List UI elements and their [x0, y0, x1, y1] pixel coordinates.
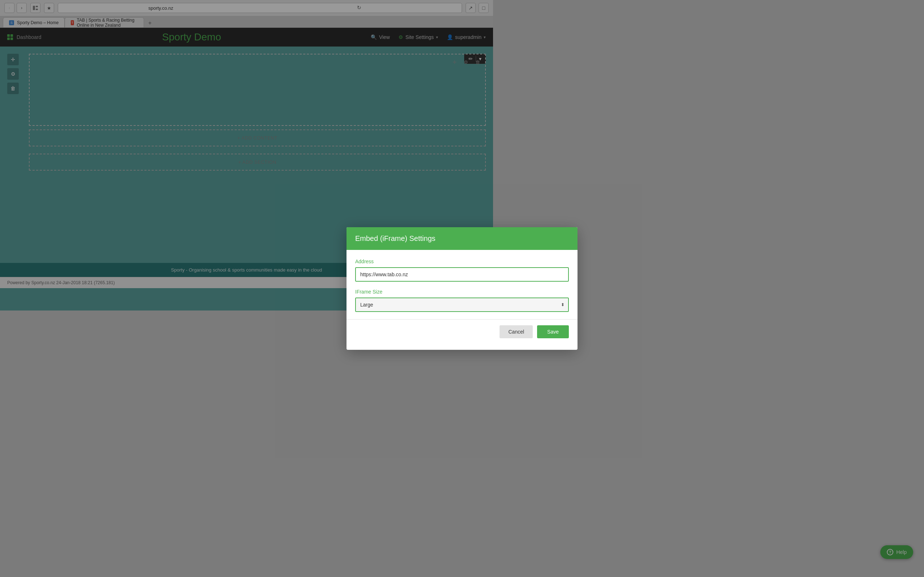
modal-title: Embed (iFrame) Settings	[355, 234, 435, 242]
address-label: Address	[355, 259, 493, 264]
iframe-size-label: IFrame Size	[355, 289, 493, 295]
modal-header: Embed (iFrame) Settings	[347, 227, 493, 250]
address-input[interactable]	[355, 267, 493, 282]
embed-iframe-modal: Embed (iFrame) Settings Address IFrame S…	[347, 227, 493, 311]
iframe-size-select-wrapper: Small Medium Large Extra Large ⬍	[355, 298, 493, 311]
modal-body: Address IFrame Size Small Medium Large E…	[347, 250, 493, 311]
iframe-size-select[interactable]: Small Medium Large Extra Large	[355, 298, 493, 311]
modal-overlay[interactable]: Embed (iFrame) Settings Address IFrame S…	[0, 0, 493, 311]
